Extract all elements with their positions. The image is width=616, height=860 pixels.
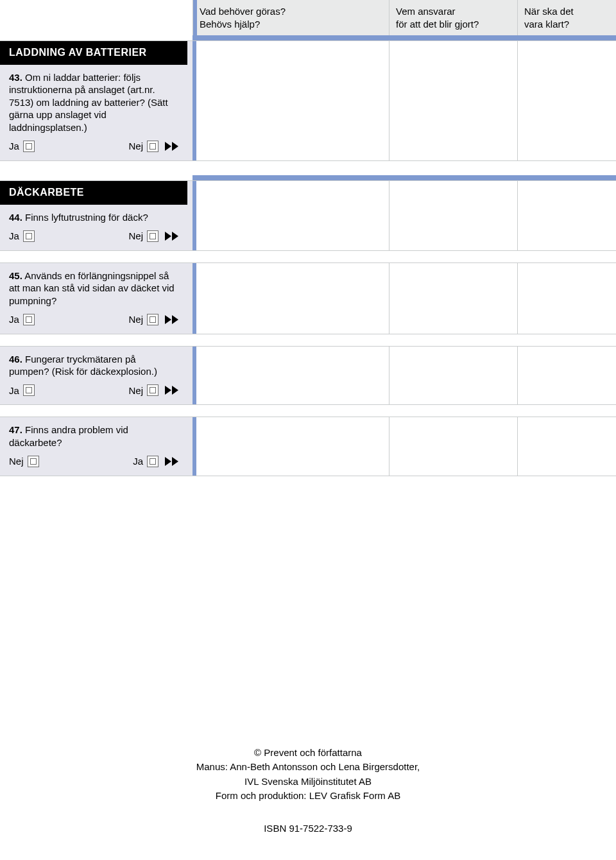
- blue-bar: [0, 175, 616, 180]
- q45-ja-block[interactable]: Ja: [9, 313, 35, 326]
- header-col-actions-l2: Behövs hjälp?: [200, 19, 260, 30]
- q47-responsible-cell[interactable]: [389, 417, 517, 476]
- forward-arrows-icon: [165, 386, 178, 395]
- q43-responsible-cell[interactable]: [389, 40, 517, 161]
- q46-nej-block[interactable]: Nej: [128, 384, 178, 397]
- checkbox-icon[interactable]: [147, 384, 158, 396]
- gap: [0, 251, 616, 262]
- q44-number: 44.: [9, 212, 22, 223]
- q44-actions-cell[interactable]: [193, 180, 389, 251]
- q43-number: 43.: [9, 72, 22, 83]
- forward-arrows-icon: [165, 315, 178, 324]
- q45-actions-cell[interactable]: [193, 262, 389, 334]
- section-tires-left: DÄCKARBETE 44. Finns lyftutrustning för …: [0, 180, 193, 251]
- q45-ja-label: Ja: [9, 313, 19, 326]
- checkbox-icon[interactable]: [147, 230, 158, 242]
- header-empty-left: [0, 0, 193, 35]
- q46-nej-label: Nej: [128, 384, 143, 397]
- q43-body: Om ni laddar batterier: följs instruktio…: [9, 72, 168, 133]
- footer-copyright: © Prevent och författarna: [0, 746, 616, 761]
- section-batteries-left: LADDNING AV BATTERIER 43. Om ni laddar b…: [0, 40, 193, 161]
- q44-nej-label: Nej: [128, 230, 143, 243]
- q45-text: 45. Används en förlängningsnippel så att…: [0, 263, 187, 311]
- checkbox-icon[interactable]: [23, 230, 35, 242]
- checkbox-icon[interactable]: [147, 141, 158, 152]
- q47-answers: Nej Ja: [0, 452, 187, 476]
- q45-body: Används en förlängningsnippel så att man…: [9, 270, 175, 306]
- q45-deadline-cell[interactable]: [517, 262, 616, 334]
- q45-responsible-cell[interactable]: [389, 262, 517, 334]
- q43-deadline-cell[interactable]: [517, 40, 616, 161]
- footer-manus: Manus: Ann-Beth Antonsson och Lena Birge…: [0, 760, 616, 775]
- checkbox-icon[interactable]: [28, 456, 39, 467]
- q43-ja-block[interactable]: Ja: [9, 140, 35, 153]
- blue-bar: [0, 35, 616, 40]
- q47-body: Finns andra problem vid däckarbete?: [9, 424, 128, 448]
- q45-answers: Ja Nej: [0, 311, 187, 334]
- q47-text: 47. Finns andra problem vid däckarbete?: [0, 417, 187, 452]
- q45-number: 45.: [9, 270, 22, 281]
- gap: [0, 405, 616, 417]
- q47-ja-block[interactable]: Ja: [133, 455, 178, 468]
- q44-body: Finns lyftutrustning för däck?: [25, 212, 148, 223]
- checkbox-icon[interactable]: [147, 456, 158, 467]
- q47-actions-cell[interactable]: [193, 417, 389, 476]
- section-batteries: LADDNING AV BATTERIER 43. Om ni laddar b…: [0, 40, 616, 161]
- header-col-deadline: När ska det vara klart?: [517, 0, 616, 35]
- q46-left: 46. Fungerar tryckmätaren på pumpen? (Ri…: [0, 346, 193, 406]
- q44-text: 44. Finns lyftutrustning för däck?: [0, 205, 187, 228]
- q46-body: Fungerar tryckmätaren på pumpen? (Risk f…: [9, 354, 157, 377]
- footer-isbn: ISBN 91-7522-733-9: [0, 821, 616, 836]
- q46-ja-label: Ja: [9, 384, 19, 397]
- q43-actions-cell[interactable]: [193, 40, 389, 161]
- q45-left: 45. Används en förlängningsnippel så att…: [0, 262, 193, 334]
- q45-nej-block[interactable]: Nej: [128, 313, 178, 326]
- checkbox-icon[interactable]: [23, 141, 35, 152]
- q47-nej-block[interactable]: Nej: [9, 455, 39, 468]
- q47-number: 47.: [9, 424, 22, 435]
- q46-responsible-cell[interactable]: [389, 346, 517, 406]
- q44-answers: Ja Nej: [0, 227, 187, 250]
- q46-deadline-cell[interactable]: [517, 346, 616, 406]
- q44-ja-label: Ja: [9, 230, 19, 243]
- header-col-responsible-l2: för att det blir gjort?: [396, 19, 479, 30]
- q44-ja-block[interactable]: Ja: [9, 230, 35, 243]
- q46-text: 46. Fungerar tryckmätaren på pumpen? (Ri…: [0, 347, 187, 382]
- q44-responsible-cell[interactable]: [389, 180, 517, 251]
- q47-left: 47. Finns andra problem vid däckarbete? …: [0, 417, 193, 476]
- q46-actions-cell[interactable]: [193, 346, 389, 406]
- q43-ja-label: Ja: [9, 140, 19, 153]
- footer-org: IVL Svenska Miljöinstitutet AB: [0, 775, 616, 789]
- q46-row: 46. Fungerar tryckmätaren på pumpen? (Ri…: [0, 346, 616, 406]
- forward-arrows-icon: [165, 142, 178, 151]
- q43-nej-block[interactable]: Nej: [128, 140, 178, 153]
- gap: [0, 161, 616, 175]
- q47-row: 47. Finns andra problem vid däckarbete? …: [0, 417, 616, 476]
- gap: [0, 334, 616, 346]
- page: Vad behöver göras? Behövs hjälp? Vem ans…: [0, 0, 616, 855]
- header-col-responsible: Vem ansvarar för att det blir gjort?: [389, 0, 517, 35]
- q43-nej-label: Nej: [128, 140, 143, 153]
- section-tires-q44: DÄCKARBETE 44. Finns lyftutrustning för …: [0, 180, 616, 251]
- q43-text: 43. Om ni laddar batterier: följs instru…: [0, 65, 187, 138]
- checkbox-icon[interactable]: [23, 314, 35, 325]
- q45-row: 45. Används en förlängningsnippel så att…: [0, 262, 616, 334]
- q47-deadline-cell[interactable]: [517, 417, 616, 476]
- q47-nej-label: Nej: [9, 455, 24, 468]
- header-col-actions: Vad behöver göras? Behövs hjälp?: [193, 0, 389, 35]
- q46-ja-block[interactable]: Ja: [9, 384, 35, 397]
- checkbox-icon[interactable]: [147, 314, 158, 325]
- header-col-deadline-l1: När ska det: [524, 6, 574, 17]
- q45-nej-label: Nej: [128, 313, 143, 326]
- header-row: Vad behöver göras? Behövs hjälp? Vem ans…: [0, 0, 616, 35]
- header-col-actions-l1: Vad behöver göras?: [200, 6, 286, 17]
- q46-number: 46.: [9, 354, 22, 365]
- header-col-deadline-l2: vara klart?: [524, 19, 569, 30]
- section-tires-title: DÄCKARBETE: [0, 181, 187, 205]
- q44-nej-block[interactable]: Nej: [128, 230, 178, 243]
- q44-deadline-cell[interactable]: [517, 180, 616, 251]
- footer: © Prevent och författarna Manus: Ann-Bet…: [0, 746, 616, 856]
- q47-ja-label: Ja: [133, 455, 143, 468]
- checkbox-icon[interactable]: [23, 384, 35, 396]
- section-batteries-title: LADDNING AV BATTERIER: [0, 41, 187, 65]
